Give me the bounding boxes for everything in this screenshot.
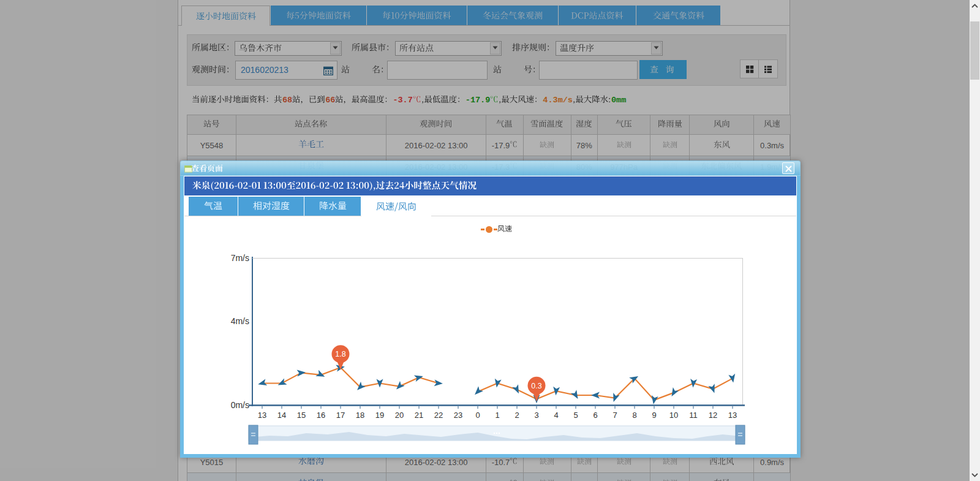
svg-text:0.3: 0.3	[531, 382, 541, 390]
svg-text:1.8: 1.8	[335, 350, 345, 358]
